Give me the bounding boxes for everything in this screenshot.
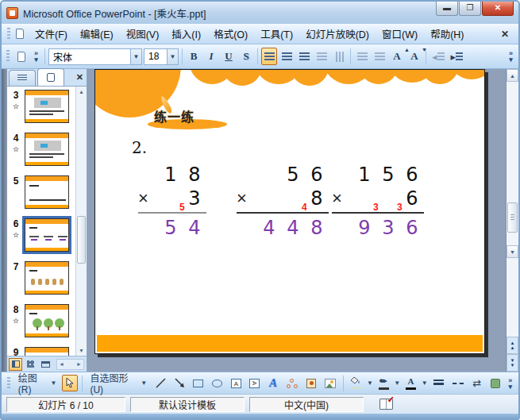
sidebar-scrollbar[interactable]: ▲ ▼ xyxy=(75,87,87,356)
italic-button[interactable]: I xyxy=(203,48,219,65)
arrow-tool-button[interactable] xyxy=(171,375,188,391)
rectangle-tool-button[interactable] xyxy=(190,375,206,391)
toolbar-overflow-icon[interactable]: »▾ xyxy=(506,50,516,63)
slide-thumbnail-7[interactable] xyxy=(25,261,69,295)
slide-thumbnail-5[interactable] xyxy=(25,175,69,209)
menu-item-0[interactable]: 文件(F) xyxy=(29,24,74,44)
normal-view-button[interactable] xyxy=(9,358,22,371)
tab-slides[interactable] xyxy=(37,68,64,86)
distribute-text-button[interactable] xyxy=(314,48,329,65)
menu-item-4[interactable]: 格式(O) xyxy=(207,24,254,44)
digit: 1 xyxy=(352,163,376,187)
scroll-up-icon[interactable]: ▲ xyxy=(79,87,84,97)
main-scrollbar[interactable]: ▲ ▼ ▲▲ ▼▼ xyxy=(506,69,518,372)
toolbar-overflow-icon[interactable]: »▾ xyxy=(506,377,516,390)
draw-menu-button[interactable]: 绘图(R)▼ xyxy=(15,375,60,391)
digit: 5 xyxy=(376,163,400,187)
main-scroll-track[interactable] xyxy=(507,82,518,245)
diagram-button[interactable] xyxy=(283,375,300,391)
bullet-list-button[interactable] xyxy=(372,48,387,65)
slide-canvas[interactable]: 练一练 2. 18×355456×84448156×633936 xyxy=(94,69,485,354)
toolbar-grip[interactable] xyxy=(6,50,10,63)
close-panel-icon[interactable]: ✕ xyxy=(76,72,83,83)
menu-item-8[interactable]: 帮助(H) xyxy=(424,24,470,44)
align-center-button[interactable] xyxy=(279,48,295,65)
toolbar-grip[interactable] xyxy=(7,28,10,40)
align-left-button[interactable] xyxy=(261,48,277,65)
line-tool-button[interactable] xyxy=(152,375,169,391)
close-document-icon[interactable]: ✕ xyxy=(495,29,515,40)
clipart-button[interactable] xyxy=(303,375,320,391)
slideshow-view-button[interactable] xyxy=(39,358,52,371)
tab-outline[interactable] xyxy=(9,70,36,86)
text-direction-button[interactable] xyxy=(331,48,347,65)
slide-thumbnail-8[interactable] xyxy=(25,304,69,337)
fill-color-button[interactable] xyxy=(348,375,364,391)
menu-item-6[interactable]: 幻灯片放映(D) xyxy=(299,24,376,44)
toolbar-options-icon[interactable]: »▾ xyxy=(31,50,41,63)
scroll-up-icon[interactable]: ▲ xyxy=(507,69,518,82)
chevron-down-icon[interactable]: ▼ xyxy=(130,49,141,64)
sidebar-scroll-thumb[interactable] xyxy=(77,216,86,264)
line-color-button[interactable]: ✎ xyxy=(376,375,392,391)
sidebar-scroll-track[interactable] xyxy=(76,97,87,345)
slide-thumbnail-6[interactable] xyxy=(25,218,69,252)
align-right-button[interactable] xyxy=(296,48,312,65)
language-status[interactable]: 中文(中国) xyxy=(249,397,364,412)
text-box-button[interactable]: A xyxy=(228,375,245,391)
section-badge: 练一练 xyxy=(154,106,195,125)
increase-font-size-button[interactable]: A▲ xyxy=(389,48,405,65)
toolbar-grip[interactable] xyxy=(7,377,10,390)
chevron-down-icon[interactable]: ▼ xyxy=(367,380,373,387)
insert-picture-button[interactable] xyxy=(322,375,339,391)
shadow-style-button[interactable] xyxy=(487,375,503,391)
arrow-style-button[interactable]: ⇄ xyxy=(469,375,485,391)
menu-item-3[interactable]: 插入(I) xyxy=(165,24,207,44)
line-style-button[interactable] xyxy=(430,375,447,391)
chevron-down-icon[interactable]: ▼ xyxy=(167,49,178,64)
slide-thumbnail-4[interactable] xyxy=(25,133,69,166)
font-color-button[interactable]: A xyxy=(403,375,419,391)
slide-thumbnail-9[interactable] xyxy=(25,347,69,356)
menu-item-7[interactable]: 窗口(W) xyxy=(376,24,424,44)
digit: 5 xyxy=(281,163,305,187)
close-button[interactable]: ✕ xyxy=(482,2,514,16)
oval-tool-button[interactable] xyxy=(209,375,225,391)
text-shadow-button[interactable]: S xyxy=(238,48,254,65)
design-template-status[interactable]: 默认设计模板 xyxy=(130,397,245,412)
next-slide-button[interactable]: ▼▼ xyxy=(507,354,518,372)
vertical-text-box-button[interactable]: A xyxy=(247,375,264,391)
numbered-list-button[interactable] xyxy=(354,48,370,65)
menu-item-1[interactable]: 编辑(E) xyxy=(74,24,120,44)
previous-slide-button[interactable]: ▲▲ xyxy=(507,337,518,354)
menu-item-2[interactable]: 视图(V) xyxy=(120,24,166,44)
horizontal-scrollbar[interactable]: ◄► xyxy=(56,359,84,370)
font-size-select[interactable]: 18 ▼ xyxy=(144,48,179,65)
dash-style-button[interactable] xyxy=(449,375,466,391)
font-name-select[interactable]: 宋体 ▼ xyxy=(48,48,142,65)
increase-indent-button[interactable]: ▸ xyxy=(449,48,466,65)
menu-item-5[interactable]: 工具(T) xyxy=(254,24,299,44)
slide-thumbnail-3[interactable] xyxy=(25,90,69,123)
scroll-down-icon[interactable]: ▼ xyxy=(507,245,518,258)
wordart-button[interactable]: A xyxy=(265,375,281,391)
decrease-font-size-button[interactable]: A▼ xyxy=(406,48,422,65)
select-objects-button[interactable] xyxy=(62,375,78,391)
autoshapes-menu-button[interactable]: 自选图形(U)▼ xyxy=(87,375,150,391)
scroll-down-icon[interactable]: ▼ xyxy=(79,345,84,356)
menu-doc-icon xyxy=(13,27,27,41)
bold-button[interactable]: B xyxy=(186,48,202,65)
chevron-down-icon[interactable]: ▼ xyxy=(422,380,428,387)
minimize-button[interactable]: ▬ xyxy=(436,2,458,16)
slide-workspace: 练一练 2. 18×355456×84448156×633936 xyxy=(87,69,506,372)
spellcheck-icon[interactable] xyxy=(379,399,393,410)
chevron-down-icon[interactable]: ▼ xyxy=(394,380,400,387)
underline-button[interactable]: U xyxy=(221,48,237,65)
new-document-button[interactable] xyxy=(13,48,29,65)
decrease-indent-button[interactable]: ◂ xyxy=(429,48,447,65)
product-digit: 4 xyxy=(281,216,305,240)
slide-sorter-view-button[interactable] xyxy=(24,358,37,371)
product-digit: 4 xyxy=(183,216,206,240)
restore-button[interactable]: ❐ xyxy=(459,2,481,16)
main-scroll-thumb[interactable] xyxy=(507,202,518,233)
